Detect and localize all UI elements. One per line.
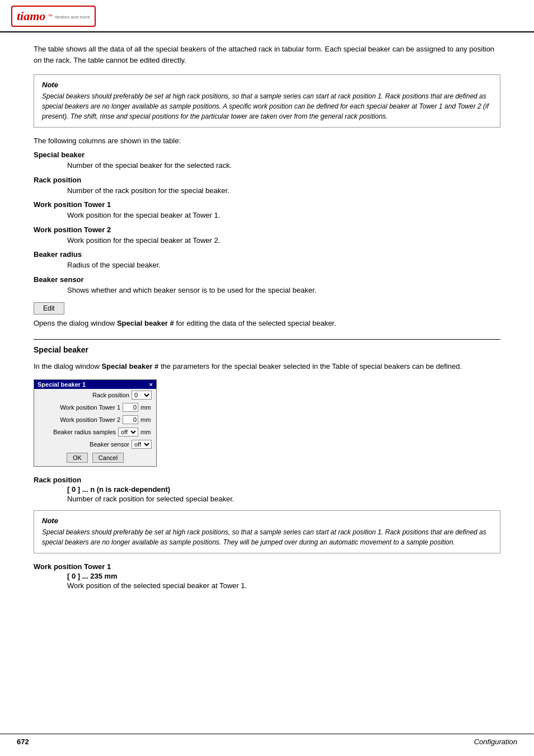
- field-desc-special-beaker: Number of the special beaker for the sel…: [67, 160, 500, 171]
- dialog-label-work-tower2: Work position Tower 2: [39, 416, 120, 423]
- fields-list: Special beaker Number of the special bea…: [34, 151, 500, 295]
- field-desc-work-tower2: Work position for the special beaker at …: [67, 235, 500, 246]
- field-work-tower2: Work position Tower 2 Work position for …: [34, 226, 500, 246]
- field-desc-beaker-radius: Radius of the special beaker.: [67, 260, 500, 271]
- dialog-row-rack-position: Rack position 0: [34, 389, 156, 401]
- edit-button[interactable]: Edit: [34, 302, 64, 314]
- dialog-unit-work-tower1: mm: [140, 404, 152, 411]
- sub-field-desc-work-tower1: Work position of the selected special be…: [67, 580, 500, 591]
- dialog-unit-work-tower2: mm: [140, 416, 152, 423]
- sub-field-range-rack-position: [ 0 ] ... n (n is rack-dependent): [67, 485, 500, 494]
- dialog-title: Special beaker 1: [38, 381, 86, 388]
- dialog-buttons: OK Cancel: [34, 450, 156, 466]
- footer-chapter: Configuration: [474, 738, 517, 746]
- edit-desc: Opens the dialog window Special beaker #…: [34, 318, 500, 329]
- dialog-cancel-button[interactable]: Cancel: [92, 453, 124, 463]
- field-beaker-radius: Beaker radius Radius of the special beak…: [34, 250, 500, 271]
- dialog-select-beaker-radius[interactable]: off: [118, 428, 138, 436]
- dialog-select-rack-position[interactable]: 0: [132, 391, 152, 400]
- section-intro-bold: Special beaker #: [101, 362, 158, 370]
- dialog-unit-beaker-radius: mm: [140, 429, 152, 435]
- section-heading-special-beaker: Special beaker: [34, 345, 500, 354]
- dialog-close-button[interactable]: ×: [149, 381, 153, 388]
- section-intro-after: the parameters for the special beaker se…: [158, 362, 462, 370]
- sub-field-desc-rack-position: Number of rack position for selected spe…: [67, 494, 500, 505]
- note-box-1: Note Special beakers should preferably b…: [34, 74, 500, 128]
- dialog-select-beaker-sensor[interactable]: off: [132, 440, 152, 449]
- field-beaker-sensor: Beaker sensor Shows whether and which be…: [34, 275, 500, 296]
- dialog-label-beaker-radius: Beaker radius samples: [39, 429, 116, 435]
- dialog-label-work-tower1: Work position Tower 1: [39, 404, 120, 411]
- field-special-beaker: Special beaker Number of the special bea…: [34, 151, 500, 171]
- dialog-input-work-tower2[interactable]: [123, 415, 138, 424]
- dialog-ok-button[interactable]: OK: [67, 453, 88, 463]
- dialog-label-beaker-sensor: Beaker sensor: [39, 441, 129, 448]
- logo-box: tiamo™ titration and more: [11, 6, 96, 27]
- field-title-special-beaker: Special beaker: [34, 151, 500, 159]
- field-rack-position: Rack position Number of the rack positio…: [34, 176, 500, 196]
- header: tiamo™ titration and more: [0, 0, 534, 32]
- field-title-beaker-radius: Beaker radius: [34, 250, 500, 259]
- logo-subtitle: titration and more: [55, 15, 90, 20]
- note-text-1: Special beakers should preferably be set…: [42, 91, 492, 121]
- logo-tm: ™: [48, 13, 53, 19]
- sub-field-work-tower1: Work position Tower 1 [ 0 ] ... 235 mm W…: [34, 562, 500, 591]
- section-intro-before: In the dialog window: [34, 362, 101, 370]
- footer: 672 Configuration: [0, 734, 534, 746]
- dialog-window: Special beaker 1 × Rack position 0 Work …: [34, 379, 157, 467]
- note-box-2: Note Special beakers should preferably b…: [34, 510, 500, 553]
- section-intro: In the dialog window Special beaker # th…: [34, 361, 500, 372]
- field-title-beaker-sensor: Beaker sensor: [34, 275, 500, 284]
- edit-desc-before: Opens the dialog window: [34, 319, 117, 327]
- field-desc-beaker-sensor: Shows whether and which beaker sensor is…: [67, 285, 500, 296]
- note-title-2: Note: [42, 516, 492, 525]
- field-title-rack-position: Rack position: [34, 176, 500, 184]
- note-title-1: Note: [42, 81, 492, 89]
- logo-container: tiamo™ titration and more: [11, 6, 96, 27]
- dialog-row-work-tower1: Work position Tower 1 mm: [34, 401, 156, 414]
- section-divider: [34, 339, 500, 340]
- field-title-work-tower1: Work position Tower 1: [34, 200, 500, 209]
- sub-field-title-work-tower1: Work position Tower 1: [34, 562, 500, 571]
- sub-field-rack-position: Rack position [ 0 ] ... n (n is rack-dep…: [34, 476, 500, 505]
- main-content: The table shows all the data of all the …: [0, 32, 534, 608]
- dialog-row-work-tower2: Work position Tower 2 mm: [34, 414, 156, 426]
- page: tiamo™ titration and more The table show…: [0, 0, 534, 756]
- field-work-tower1: Work position Tower 1 Work position for …: [34, 200, 500, 221]
- field-desc-rack-position: Number of the rack position for the spec…: [67, 185, 500, 196]
- sub-field-title-rack-position: Rack position: [34, 476, 500, 484]
- edit-desc-bold: Special beaker #: [117, 319, 174, 327]
- note-text-2: Special beakers should preferably be set…: [42, 527, 492, 547]
- footer-page-number: 672: [17, 738, 29, 746]
- edit-button-container: Edit: [34, 302, 500, 314]
- dialog-input-work-tower1[interactable]: [123, 403, 138, 412]
- dialog-titlebar: Special beaker 1 ×: [34, 380, 156, 389]
- edit-desc-after: for editing the data of the selected spe…: [174, 319, 336, 327]
- dialog-label-rack-position: Rack position: [39, 392, 129, 398]
- dialog-row-beaker-sensor: Beaker sensor off: [34, 438, 156, 450]
- field-desc-work-tower1: Work position for the special beaker at …: [67, 210, 500, 221]
- dialog-row-beaker-radius: Beaker radius samples off mm: [34, 426, 156, 438]
- intro-paragraph: The table shows all the data of all the …: [34, 44, 500, 65]
- sub-field-range-work-tower1: [ 0 ] ... 235 mm: [67, 572, 500, 580]
- columns-label: The following columns are shown in the t…: [34, 137, 500, 145]
- field-title-work-tower2: Work position Tower 2: [34, 226, 500, 234]
- logo-text: tiamo: [17, 9, 45, 24]
